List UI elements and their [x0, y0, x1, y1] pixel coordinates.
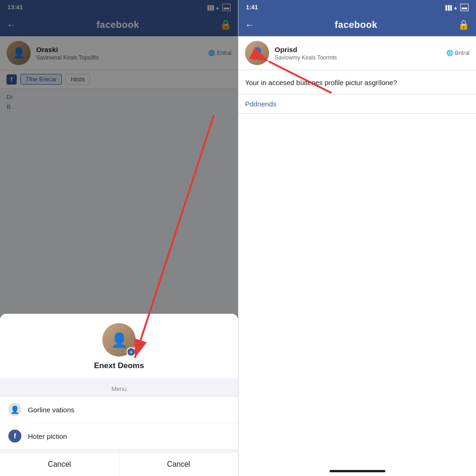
- cancel-button-right[interactable]: Cancel: [119, 453, 238, 476]
- menu-item-hoter[interactable]: f Hoter piction: [0, 423, 238, 449]
- friends-link[interactable]: Pddnends: [238, 94, 476, 114]
- right-back-button[interactable]: ←: [245, 20, 254, 30]
- right-home-bar: [238, 466, 476, 476]
- cancel-button-left[interactable]: Cancel: [0, 453, 119, 476]
- right-home-indicator: [330, 470, 385, 472]
- right-time: 1:41: [246, 4, 258, 11]
- action-sheet: 👤 + Enext Deoms Menu 👤 Gorline vations f…: [0, 314, 238, 476]
- left-overlay: 👤 + Enext Deoms Menu 👤 Gorline vations f…: [0, 0, 238, 476]
- right-profile-action[interactable]: 🌐 Bntral: [446, 50, 469, 56]
- right-avatar-img: 👤: [245, 41, 269, 65]
- menu-item-gorline[interactable]: 👤 Gorline vations: [0, 397, 238, 423]
- sheet-avatar: 👤 +: [102, 323, 136, 357]
- menu-item-hoter-label: Hoter piction: [28, 432, 67, 440]
- right-lock-icon: 🔒: [458, 19, 469, 30]
- question-text: Your in accesed büitenes profile pictur …: [238, 70, 476, 94]
- add-photo-icon[interactable]: +: [126, 347, 136, 357]
- right-profile-info: Oprisd Saviowmy Keals Toormts: [275, 46, 441, 61]
- menu-item-gorline-label: Gorline vations: [28, 406, 74, 414]
- right-profile-name: Oprisd: [275, 46, 441, 53]
- right-status-bar: 1:41: [238, 0, 476, 13]
- right-globe-icon: 🌐: [446, 50, 453, 56]
- right-profile-sub: Saviowmy Keals Toormts: [275, 54, 441, 61]
- sheet-profile: 👤 + Enext Deoms: [0, 314, 238, 378]
- left-phone: 13:41 ← facebook 🔒 👤 Oraski Savinwnal Ke…: [0, 0, 238, 476]
- right-battery-icon: [460, 4, 469, 11]
- right-wifi-icon: [453, 4, 458, 11]
- right-nav-bar: ← facebook 🔒: [238, 13, 476, 36]
- right-phone: 1:41 ← facebook 🔒 👤 Oprisd Saviowmy Keal…: [238, 0, 476, 476]
- sheet-menu: 👤 Gorline vations f Hoter piction: [0, 397, 238, 449]
- right-profile-header: 👤 Oprisd Saviowmy Keals Toormts 🌐 Bntral: [238, 36, 476, 70]
- right-signal-icon: [444, 4, 451, 11]
- sheet-name: Enext Deoms: [94, 361, 144, 370]
- user-icon: 👤: [8, 403, 21, 416]
- right-nav-title: facebook: [259, 20, 453, 30]
- sheet-menu-label: Menu: [0, 382, 238, 397]
- right-content-empty: [238, 114, 476, 466]
- right-avatar: 👤: [245, 41, 269, 65]
- right-status-icons: [444, 4, 469, 11]
- cancel-row: Cancel Cancel: [0, 453, 238, 476]
- fb-menu-icon: f: [8, 430, 21, 443]
